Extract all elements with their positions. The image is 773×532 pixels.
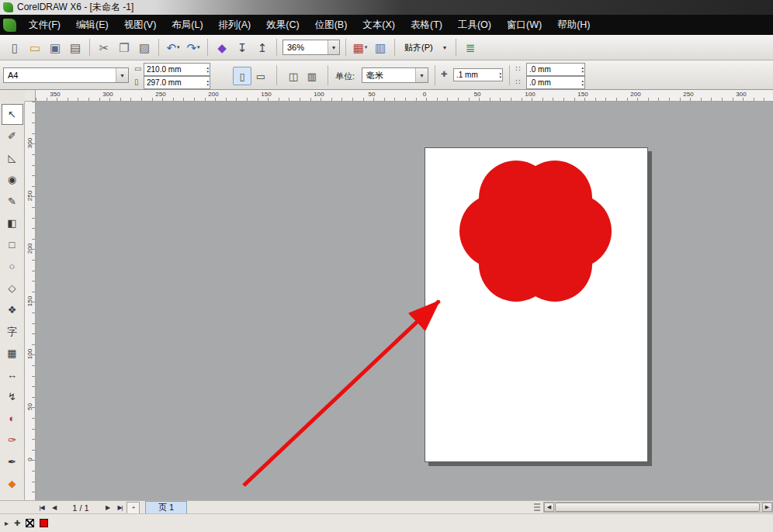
- scroll-right-icon[interactable]: ▶: [762, 503, 772, 512]
- zoom-tool[interactable]: ◉: [2, 169, 23, 190]
- menu-item-table[interactable]: 表格(T): [403, 15, 450, 36]
- options-button[interactable]: ≣: [461, 38, 480, 57]
- new-document-button[interactable]: ▯: [5, 38, 24, 57]
- copy-button[interactable]: ❐: [115, 38, 133, 57]
- add-page-button[interactable]: +: [127, 502, 140, 514]
- units-select[interactable]: 毫米 ▾: [362, 67, 428, 83]
- last-page-button[interactable]: ▶|: [114, 503, 126, 513]
- spinner-icon[interactable]: ▴▾: [206, 79, 209, 87]
- play-icon[interactable]: ▸: [5, 519, 9, 527]
- zoom-level-select[interactable]: 36%▾: [283, 40, 340, 55]
- paper-height-field[interactable]: 297.0 mm ▴▾: [144, 76, 210, 89]
- paper-width-field[interactable]: 210.0 mm ▴▾: [144, 63, 210, 76]
- ellipse-tool[interactable]: ○: [2, 256, 23, 277]
- application-launcher-button[interactable]: ◆: [213, 38, 231, 57]
- paste-icon: ▨: [139, 42, 150, 54]
- current-page-button[interactable]: ▥: [303, 67, 321, 85]
- pane-splitter[interactable]: [534, 503, 540, 512]
- menu-item-text[interactable]: 文本(X): [355, 15, 403, 36]
- spinner-icon[interactable]: ▴▾: [499, 71, 501, 79]
- basic-shapes-tool[interactable]: ❖: [2, 299, 23, 320]
- portrait-button[interactable]: ▯: [233, 67, 251, 85]
- polygon-tool-icon: ◇: [9, 282, 16, 294]
- spinner-icon[interactable]: ▴▾: [581, 79, 584, 87]
- scroll-left-icon[interactable]: ◀: [544, 503, 554, 512]
- nudge-icon: ✚: [441, 71, 447, 78]
- menu-item-file[interactable]: 文件(F): [21, 15, 68, 36]
- shape-tool[interactable]: ✐: [2, 126, 23, 147]
- chevron-down-icon: ▾: [415, 68, 428, 82]
- import-button[interactable]: ↧: [233, 38, 251, 57]
- crosshair-icon[interactable]: ✚: [14, 519, 20, 527]
- nudge-field[interactable]: .1 mm ▴▾: [453, 68, 503, 81]
- next-page-button[interactable]: ▶: [102, 503, 113, 513]
- previous-page-button[interactable]: ◀: [48, 503, 60, 513]
- fill-tool-icon: ◆: [9, 478, 16, 489]
- paste-button[interactable]: ▨: [135, 38, 154, 57]
- save-button[interactable]: ▣: [46, 38, 64, 57]
- pick-tool[interactable]: ↖: [2, 104, 23, 125]
- color-eyedropper-tool[interactable]: ✑: [2, 430, 23, 451]
- menu-item-effects[interactable]: 效果(C): [258, 15, 307, 36]
- fill-tool[interactable]: ◆: [2, 473, 23, 494]
- horizontal-ruler[interactable]: 35030025020015010050050100150200250300: [36, 90, 773, 102]
- menu-item-bitmaps[interactable]: 位图(B): [307, 15, 355, 36]
- menu-item-layout[interactable]: 布局(L): [164, 15, 210, 36]
- landscape-button[interactable]: ▭: [251, 67, 270, 85]
- full-screen-preview-button[interactable]: ▦▾: [351, 38, 369, 57]
- freehand-tool[interactable]: ✎: [2, 191, 23, 212]
- cut-icon: ✂: [99, 42, 109, 54]
- vertical-ruler[interactable]: 300250200150100500: [25, 102, 36, 500]
- menu-item-view[interactable]: 视图(V): [116, 15, 165, 36]
- standard-toolbar: ▯▭▣▤✂❐▨↶▾↷▾◆↧↥36%▾▦▾▥贴齐(P)▾≣: [0, 35, 773, 60]
- ruler-mark: 100: [314, 91, 324, 98]
- scrollbar-thumb[interactable]: [555, 503, 760, 512]
- open-button[interactable]: ▭: [26, 38, 44, 57]
- first-page-button[interactable]: |◀: [36, 503, 47, 513]
- all-pages-button[interactable]: ◫: [284, 67, 303, 85]
- toolbar-separator: [345, 39, 346, 56]
- spinner-icon[interactable]: ▴▾: [581, 66, 584, 74]
- drawing-canvas[interactable]: [36, 102, 773, 500]
- menu-item-window[interactable]: 窗口(W): [499, 15, 549, 36]
- save-icon: ▣: [50, 42, 61, 54]
- duplicate-y-field[interactable]: .0 mm ▴▾: [526, 76, 585, 89]
- page-tab[interactable]: 页 1: [145, 501, 187, 514]
- menu-item-edit[interactable]: 编辑(E): [68, 15, 116, 36]
- status-icons: ▸✚: [5, 519, 20, 527]
- table-tool[interactable]: ▦: [2, 343, 23, 364]
- rectangle-tool[interactable]: □: [2, 234, 23, 255]
- polygon-tool[interactable]: ◇: [2, 278, 23, 299]
- snap-to-select[interactable]: 贴齐(P)▾: [400, 40, 450, 55]
- menu-item-tools[interactable]: 工具(O): [450, 15, 499, 36]
- print-button[interactable]: ▤: [66, 38, 85, 57]
- blend-tool[interactable]: ◐: [2, 408, 23, 429]
- window-title: CorelDRAW X6 - [未命名 -1]: [17, 1, 133, 14]
- spinner-icon[interactable]: ▴▾: [206, 66, 209, 74]
- connector-tool[interactable]: ↯: [2, 386, 23, 407]
- ruler-origin[interactable]: [25, 90, 36, 102]
- color-eyedropper-tool-icon: ✑: [8, 434, 16, 446]
- undo-button[interactable]: ↶▾: [164, 38, 182, 57]
- drawing-page[interactable]: [425, 147, 648, 462]
- menu-item-arrange[interactable]: 排列(A): [211, 15, 259, 36]
- text-tool[interactable]: 字: [2, 321, 23, 342]
- duplicate-x-field[interactable]: .0 mm ▴▾: [526, 63, 585, 76]
- export-button[interactable]: ↥: [253, 38, 272, 57]
- dimension-tool[interactable]: ↔: [2, 364, 23, 385]
- view-navigator-button[interactable]: ▥: [371, 38, 390, 57]
- smart-fill-tool[interactable]: ◧: [2, 212, 23, 233]
- app-icon: [3, 19, 16, 32]
- red-color-swatch[interactable]: [40, 519, 48, 527]
- cut-button[interactable]: ✂: [95, 38, 113, 57]
- ruler-mark: 350: [50, 91, 60, 98]
- propbar-separator: [509, 65, 510, 85]
- toolbar-separator: [394, 39, 395, 56]
- outline-pen-tool[interactable]: ✒: [2, 451, 23, 472]
- no-fill-swatch[interactable]: [26, 519, 34, 527]
- redo-button[interactable]: ↷▾: [184, 38, 203, 57]
- crop-tool[interactable]: ◺: [2, 147, 23, 168]
- menu-item-help[interactable]: 帮助(H): [549, 15, 598, 36]
- horizontal-scrollbar[interactable]: ◀ ▶: [543, 502, 773, 513]
- paper-size-select[interactable]: A4 ▾: [3, 67, 129, 83]
